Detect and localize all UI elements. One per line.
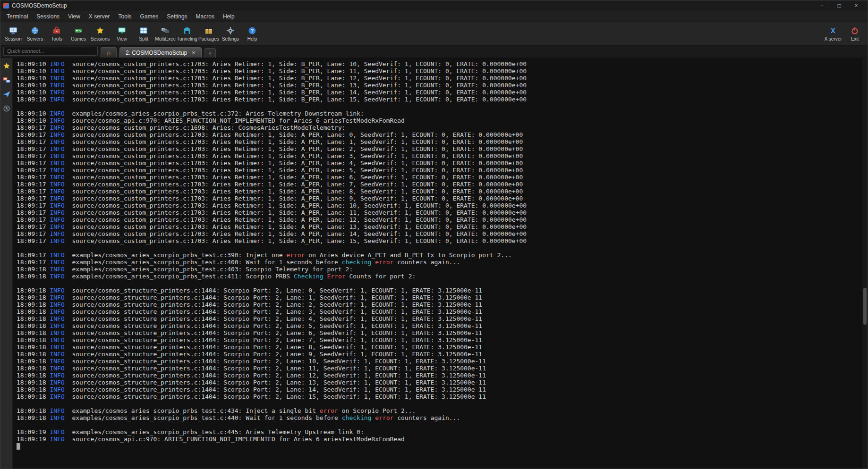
terminal-line: 18:09:17 INFO source/cosmos_custom_print… (17, 202, 868, 209)
toolbar-tools-button[interactable]: Tools (46, 22, 68, 45)
new-tab-button[interactable]: + (204, 48, 216, 58)
servers-icon (30, 26, 40, 35)
terminal-line: 18:09:18 INFO source/cosmos_structure_pr… (17, 329, 868, 336)
quick-connect-input[interactable] (3, 47, 98, 56)
settings-icon (226, 26, 235, 35)
terminal-line (17, 421, 868, 428)
toolbar-servers-button[interactable]: Servers (24, 22, 46, 45)
toolbar-sessions-button[interactable]: Sessions (89, 22, 111, 45)
terminal-scrollbar[interactable] (862, 58, 868, 469)
terminal-line: 18:09:10 INFO source/cosmos_api.c:970: A… (17, 117, 868, 124)
terminal-line: 18:09:17 INFO source/cosmos_custom_print… (17, 131, 868, 138)
svg-text:?: ? (251, 27, 254, 33)
terminal-line: 18:09:18 INFO examples/cosmos_aries_scor… (17, 273, 868, 280)
tab-close-icon[interactable]: × (192, 50, 196, 56)
view-icon (117, 26, 127, 35)
terminal-line (17, 280, 868, 287)
toolbar-left-group: + Session Servers Tools Games Sessions V… (2, 22, 263, 45)
menu-settings[interactable]: Settings (162, 12, 191, 21)
close-button[interactable]: × (848, 0, 865, 11)
home-tab-button[interactable]: ⌂ (101, 47, 117, 58)
split-icon (139, 26, 148, 35)
terminal-line: 18:09:18 INFO source/cosmos_structure_pr… (17, 287, 868, 294)
tools-clock-icon[interactable] (2, 104, 11, 113)
toolbar-view-button[interactable]: View (111, 22, 133, 45)
scrollbar-thumb[interactable] (863, 288, 867, 325)
terminal-line: 18:09:17 INFO examples/cosmos_aries_scor… (17, 259, 868, 266)
terminal-line: 18:09:17 INFO source/cosmos_custom_print… (17, 216, 868, 223)
terminal-line: 18:09:17 INFO source/cosmos_custom_print… (17, 138, 868, 145)
toolbar-tunneling-button[interactable]: Tunneling (176, 22, 198, 45)
menu-sessions[interactable]: Sessions (32, 12, 64, 21)
terminal-line: 18:09:17 INFO source/cosmos_custom_print… (17, 230, 868, 237)
tab-cosmosdemosetup[interactable]: 2. COSMOSDemoSetup × (119, 47, 202, 58)
multiexec-icon (161, 26, 170, 35)
maximize-button[interactable]: □ (831, 0, 848, 11)
terminal-line: 18:09:18 INFO source/cosmos_structure_pr… (17, 322, 868, 329)
toolbar-packages-button[interactable]: Packages (198, 22, 220, 45)
app-icon (3, 3, 9, 8)
terminal-line: 18:09:17 INFO source/cosmos_custom_print… (17, 152, 868, 159)
menu-terminal[interactable]: Terminal (2, 12, 32, 21)
toolbar-session-button[interactable]: + Session (2, 22, 24, 45)
exit-icon (850, 26, 859, 35)
terminal-line: 18:09:18 INFO source/cosmos_structure_pr… (17, 294, 868, 301)
terminal-line: 18:09:18 INFO source/cosmos_structure_pr… (17, 358, 868, 365)
window-controls: –□× (814, 0, 865, 11)
terminal-line: 18:09:18 INFO source/cosmos_structure_pr… (17, 393, 868, 400)
games-icon (74, 26, 83, 35)
menu-macros[interactable]: Macros (192, 12, 219, 21)
maximize-icon: □ (837, 2, 841, 9)
terminal-line: 18:09:17 INFO source/cosmos_custom_print… (17, 181, 868, 188)
terminal-line: 18:09:18 INFO examples/cosmos_aries_scor… (17, 414, 868, 421)
toolbar-help-button[interactable]: ? Help (241, 22, 263, 45)
titlebar: COSMOSDemoSetup –□× (0, 0, 868, 11)
tab-label: 2. COSMOSDemoSetup (126, 50, 187, 56)
menu-view[interactable]: View (64, 12, 85, 21)
menu-help[interactable]: Help (219, 12, 239, 21)
terminal-line: 18:09:19 INFO source/cosmos_api.c:970: A… (17, 436, 868, 443)
xserver-icon: X (828, 26, 838, 35)
terminal-line: 18:09:17 INFO source/cosmos_custom_print… (17, 174, 868, 181)
toolbar-settings-button[interactable]: Settings (220, 22, 241, 45)
minimize-button[interactable]: – (814, 0, 831, 11)
terminal-line: 18:09:17 INFO source/cosmos_custom_print… (17, 237, 868, 244)
sessions-tree-icon[interactable] (2, 76, 11, 84)
menubar: TerminalSessionsViewX serverToolsGamesSe… (0, 11, 868, 22)
app-window: COSMOSDemoSetup –□× TerminalSessionsView… (0, 0, 868, 469)
home-icon: ⌂ (107, 49, 111, 57)
toolbar-split-button[interactable]: Split (133, 22, 154, 45)
terminal-line: 18:09:18 INFO source/cosmos_structure_pr… (17, 351, 868, 358)
quick-connect (3, 46, 98, 58)
terminal-line: 18:09:18 INFO examples/cosmos_aries_scor… (17, 266, 868, 273)
toolbar-right-group: X X server Exit (822, 22, 866, 45)
menu-x-server[interactable]: X server (85, 12, 114, 21)
terminal-line: 18:09:18 INFO source/cosmos_structure_pr… (17, 379, 868, 386)
session-icon: + (9, 26, 18, 35)
terminal-line (17, 244, 868, 251)
terminal-line (17, 400, 868, 407)
close-icon: × (854, 2, 858, 9)
terminal-output[interactable]: 18:09:10 INFO source/cosmos_custom_print… (13, 58, 868, 469)
terminal-line: 18:09:19 INFO examples/cosmos_aries_scor… (17, 428, 868, 436)
favorites-star-icon[interactable] (2, 62, 11, 70)
packages-icon (204, 26, 213, 35)
terminal-line: 18:09:17 INFO source/cosmos_custom_print… (17, 195, 868, 202)
toolbar-exit-button[interactable]: Exit (844, 22, 866, 45)
main-area: 18:09:10 INFO source/cosmos_custom_print… (0, 58, 868, 469)
terminal-line: 18:09:10 INFO source/cosmos_custom_print… (17, 96, 868, 103)
toolbar-multiexec-button[interactable]: MultiExec (154, 22, 176, 45)
terminal-line: 18:09:17 INFO source/cosmos_custom_print… (17, 145, 868, 152)
sessions-star-icon (95, 26, 105, 35)
terminal-line: 18:09:17 INFO source/cosmos_custom_print… (17, 124, 868, 131)
tools-icon (52, 26, 61, 35)
terminal-line: 18:09:10 INFO source/cosmos_custom_print… (17, 82, 868, 89)
svg-text:X: X (831, 26, 835, 34)
toolbar-games-button[interactable]: Games (68, 22, 89, 45)
toolbar-x-server-button[interactable]: X X server (822, 22, 844, 45)
menu-games[interactable]: Games (136, 12, 163, 21)
macros-icon[interactable] (2, 90, 11, 99)
menu-tools[interactable]: Tools (114, 12, 136, 21)
terminal-line (17, 103, 868, 110)
side-panel (0, 58, 13, 469)
